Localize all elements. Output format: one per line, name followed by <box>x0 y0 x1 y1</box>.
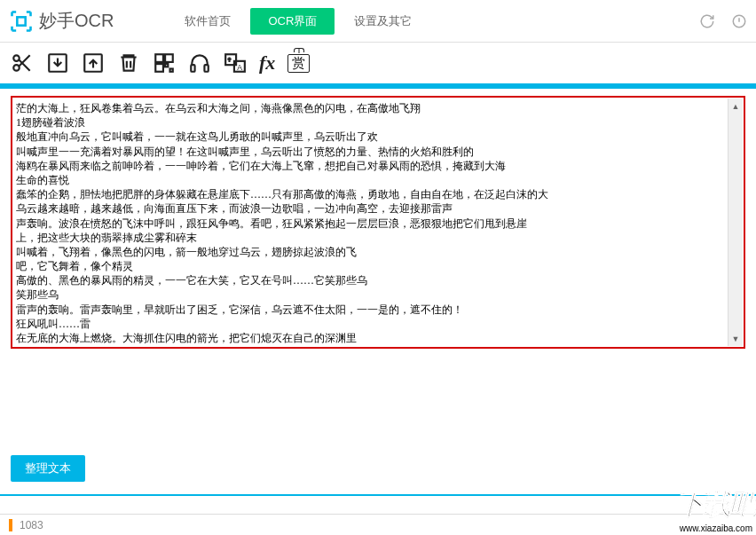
toolbar: A fx 赏 <box>0 43 756 83</box>
ocr-result-box: 茫的大海上，狂风卷集着乌云。在乌云和大海之间，海燕像黑色的闪电，在高傲地飞翔 1… <box>11 96 745 349</box>
refresh-icon[interactable] <box>699 13 715 29</box>
app-logo-icon <box>9 9 34 34</box>
status-count: 1083 <box>20 519 43 531</box>
statusbar: 1083 <box>0 514 756 535</box>
svg-text:A: A <box>237 63 242 72</box>
main-tabs: 软件首页 OCR界面 设置及其它 <box>167 0 429 42</box>
scroll-track[interactable] <box>728 114 743 331</box>
svg-rect-7 <box>165 54 173 62</box>
import-icon[interactable] <box>46 51 69 75</box>
scroll-up-icon[interactable]: ▲ <box>728 98 743 114</box>
svg-rect-6 <box>155 54 163 62</box>
tab-home[interactable]: 软件首页 <box>167 8 248 35</box>
svg-rect-8 <box>155 64 163 72</box>
content-area: 茫的大海上，狂风卷集着乌云。在乌云和大海之间，海燕像黑色的闪电，在高傲地飞翔 1… <box>0 89 756 349</box>
scissors-icon[interactable] <box>11 51 34 75</box>
translate-icon[interactable]: A <box>224 51 247 75</box>
svg-rect-0 <box>17 17 25 25</box>
trash-icon[interactable] <box>117 51 140 75</box>
ocr-result-text[interactable]: 茫的大海上，狂风卷集着乌云。在乌云和大海之间，海燕像黑色的闪电，在高傲地飞翔 1… <box>12 98 744 347</box>
export-icon[interactable] <box>82 51 105 75</box>
titlebar-right <box>699 13 747 29</box>
bottom-actions: 整理文本 <box>0 446 756 491</box>
reward-icon[interactable]: 赏 <box>287 54 310 73</box>
svg-rect-9 <box>165 64 168 67</box>
svg-rect-12 <box>204 65 208 72</box>
power-icon[interactable] <box>731 13 747 29</box>
svg-rect-10 <box>170 69 173 72</box>
headphones-icon[interactable] <box>188 51 211 75</box>
fx-icon[interactable]: fx <box>259 51 275 75</box>
qr-icon[interactable] <box>153 51 176 75</box>
scroll-down-icon[interactable]: ▼ <box>728 331 743 346</box>
scrollbar[interactable]: ▲ ▼ <box>728 98 743 346</box>
organize-text-button[interactable]: 整理文本 <box>11 455 85 482</box>
titlebar: 妙手OCR 软件首页 OCR界面 设置及其它 <box>0 0 756 43</box>
tab-ocr[interactable]: OCR界面 <box>250 8 335 35</box>
app-title: 妙手OCR <box>39 9 114 33</box>
svg-rect-11 <box>191 65 194 72</box>
separator-thin <box>0 494 756 496</box>
status-mark <box>9 519 12 531</box>
logo-wrap: 妙手OCR <box>9 9 114 34</box>
tab-settings[interactable]: 设置及其它 <box>336 8 429 35</box>
